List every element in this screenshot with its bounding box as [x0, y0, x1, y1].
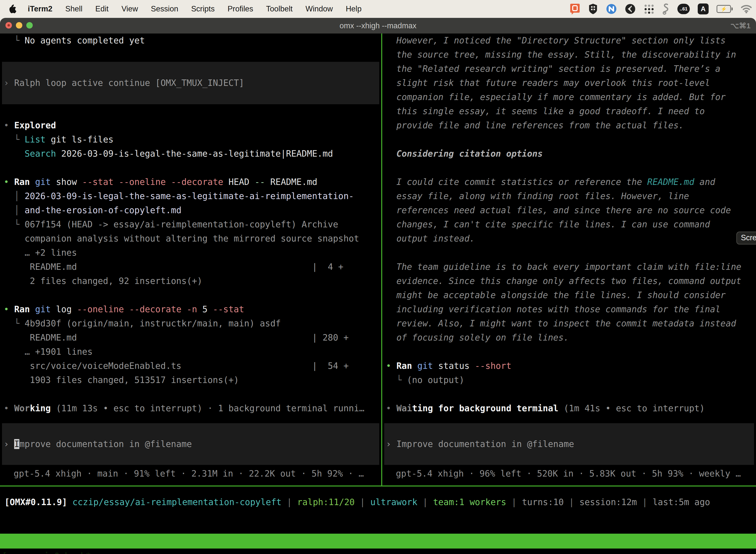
- prompt-text: mprove documentation in @filename: [19, 439, 192, 449]
- tool-output-row: src/voice/voiceModeEnabled.ts | 54 +: [0, 359, 381, 373]
- ran-command-row: • Ran git show --stat --oneline --decora…: [0, 175, 381, 189]
- reasoning-row: the "Related research writing" section i…: [382, 62, 756, 76]
- tool-output-row: README.md | 4 +: [0, 260, 381, 274]
- working-spinner-row: • Working (11m 13s • esc to interrupt) ·…: [0, 401, 381, 416]
- reasoning-row: references need actual files, and since …: [382, 203, 756, 217]
- inject-banner: › Ralph loop active continue [OMX_TMUX_I…: [2, 62, 379, 104]
- blank-row: [382, 246, 756, 260]
- reasoning-row: might be acceptable alongside the file l…: [382, 288, 756, 302]
- right-pane-rows: However, I noticed the "Directory Struct…: [382, 34, 756, 416]
- blank-row: [382, 132, 756, 147]
- prompt-chevron-icon: ›: [386, 439, 396, 449]
- reasoning-row: review. Also, I might want to inspect th…: [382, 317, 756, 331]
- chat-app-icon[interactable]: [570, 3, 580, 15]
- menu-item-edit[interactable]: Edit: [95, 4, 108, 13]
- reasoning-row: The team guideline is to back every impo…: [382, 260, 756, 274]
- prompt-input-left[interactable]: › Improve documentation in @filename: [2, 423, 379, 465]
- tool-output-row: … +1901 lines: [0, 345, 381, 359]
- reasoning-row: companion file, especially if more comme…: [382, 90, 756, 104]
- tool-output-row: README.md | 280 +: [0, 331, 381, 345]
- reasoning-row: output instead.: [382, 232, 756, 246]
- menu-bar: iTerm2 Shell Edit View Session Scripts P…: [0, 0, 756, 18]
- reasoning-row: including verification notes with those …: [382, 302, 756, 317]
- menu-item-iterm2[interactable]: iTerm2: [28, 4, 52, 13]
- ran-command-row: • Ran git status --short: [382, 359, 756, 373]
- blank-row: [382, 387, 756, 401]
- blank-row: [0, 387, 381, 401]
- menu-item-toolbelt[interactable]: Toolbelt: [266, 4, 293, 13]
- tool-output-row: 2 files changed, 92 insertions(+): [0, 274, 381, 288]
- reasoning-row: However, I noticed the "Directory Struct…: [382, 34, 756, 48]
- reasoning-heading: Considering citation options: [382, 147, 756, 161]
- wifi-icon[interactable]: [741, 4, 752, 13]
- tool-output-row: └ 4b9d30f (origin/main, instructkr/main,…: [0, 317, 381, 331]
- blank-row: [382, 161, 756, 175]
- blank-row: [382, 345, 756, 359]
- menu-item-scripts[interactable]: Scripts: [191, 4, 215, 13]
- model-status-line-right: gpt-5.4 xhigh · 96% left · 520K in · 5.8…: [382, 466, 756, 481]
- command-arg-row: │ 2026-03-09-is-legal-the-same-as-legiti…: [0, 189, 381, 203]
- ran-command-row: • Ran git log --oneline --decorate -n 5 …: [0, 302, 381, 317]
- terminal-pane-right[interactable]: However, I noticed the "Directory Struct…: [382, 34, 756, 486]
- tool-output-row: └ 067f154 (HEAD -> essay/ai-reimplementa…: [0, 217, 381, 232]
- explored-header: • Explored: [0, 118, 381, 132]
- reasoning-row: this single essay, it seems like a good …: [382, 104, 756, 118]
- text-cursor: I: [14, 439, 19, 449]
- left-pane-rows: └ No agents completed yet› Ralph loop ac…: [0, 34, 381, 416]
- menu-item-view[interactable]: View: [122, 4, 138, 13]
- blue-badge-icon[interactable]: [606, 3, 617, 14]
- explored-search-row: Search 2026-03-09-is-legal-the-same-as-l…: [0, 147, 381, 161]
- terminal-pane-left[interactable]: └ No agents completed yet› Ralph loop ac…: [0, 34, 381, 486]
- reasoning-row: slight risk that future readers may over…: [382, 76, 756, 90]
- prompt-text: Improve documentation in @filename: [396, 439, 574, 449]
- pane-divider-horizontal[interactable]: [0, 486, 756, 487]
- blank-row: [0, 161, 381, 175]
- dots-grid-icon[interactable]: [644, 4, 654, 14]
- reasoning-row: evidence. Since this change only affects…: [382, 274, 756, 288]
- input-source-icon[interactable]: A: [698, 3, 709, 14]
- window-title-bar[interactable]: omx --xhigh --madmax ⌥⌘1: [0, 18, 756, 34]
- menu-item-window[interactable]: Window: [306, 4, 333, 13]
- reasoning-row: provide file and line references from th…: [382, 118, 756, 132]
- reasoning-row: the source tree, missing the essay. Stil…: [382, 48, 756, 62]
- reasoning-row: of focusing solely on file lines.: [382, 331, 756, 345]
- prompt-chevron-icon: ›: [4, 439, 14, 449]
- tool-output-row: └ (no output): [382, 373, 756, 387]
- hook-app-icon[interactable]: [662, 3, 670, 15]
- tmux-session-name[interactable]: [omx-cczip0:bash*: [2, 549, 91, 554]
- menu-status-icons: ..61 A ⚡: [570, 3, 756, 15]
- menu-item-profiles[interactable]: Profiles: [228, 4, 253, 13]
- tool-output-row: … +2 lines: [0, 246, 381, 260]
- omx-status-bar: [OMX#0.11.9] cczip/essay/ai-reimplementa…: [0, 495, 756, 509]
- kaleidoscope-icon[interactable]: [625, 3, 636, 14]
- prompt-input-right[interactable]: › Improve documentation in @filename: [384, 423, 754, 465]
- reasoning-row: I could cite commit statistics or refere…: [382, 175, 756, 189]
- blank-row: [0, 48, 381, 62]
- command-arg-row: │ and-the-erosion-of-copyleft.md: [0, 203, 381, 217]
- window-shortcut-badge: ⌥⌘1: [731, 18, 751, 34]
- battery-percent-app-icon[interactable]: ..61: [677, 4, 690, 14]
- blank-row: [0, 288, 381, 302]
- agent-status-row: └ No agents completed yet: [0, 34, 381, 48]
- reasoning-row: changes, I can't cite specific file line…: [382, 217, 756, 232]
- waiting-spinner-row: • Waiting for background terminal (1m 41…: [382, 401, 756, 416]
- apple-menu-icon[interactable]: [9, 4, 17, 14]
- explored-list-row: └ List git ls-files: [0, 132, 381, 147]
- menu-item-help[interactable]: Help: [346, 4, 362, 13]
- battery-icon[interactable]: ⚡: [716, 5, 733, 13]
- omx-session-status-row: [OMX#0.11.9] cczip/essay/ai-reimplementa…: [0, 495, 756, 509]
- tmux-status-bar[interactable]: [omx-cczip0:bash* "MacBook-Pro-44.local"…: [0, 534, 756, 549]
- menu-item-shell[interactable]: Shell: [65, 4, 82, 13]
- shield-grid-icon[interactable]: [588, 3, 598, 15]
- menu-item-session[interactable]: Session: [151, 4, 178, 13]
- tool-output-row: companion analysis without altering the …: [0, 232, 381, 246]
- model-status-line-left: gpt-5.4 xhigh · main · 91% left · 2.31M …: [0, 466, 381, 481]
- screen-tooltip: Scre: [737, 232, 756, 244]
- tool-output-row: 1903 files changed, 513517 insertions(+): [0, 373, 381, 387]
- reasoning-row: essay file, along with finding root file…: [382, 189, 756, 203]
- blank-row: [0, 104, 381, 118]
- menu-items: iTerm2 Shell Edit View Session Scripts P…: [28, 4, 362, 13]
- window-title: omx --xhigh --madmax: [0, 18, 756, 34]
